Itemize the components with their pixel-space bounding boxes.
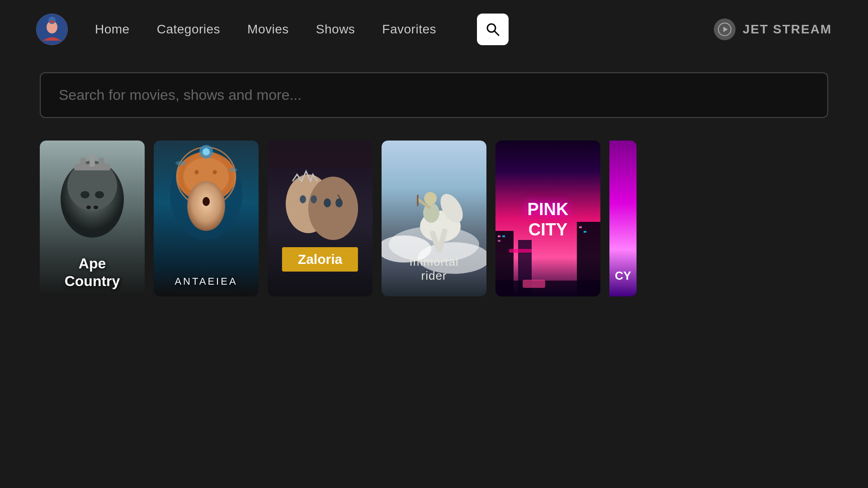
svg-text:CITY: CITY <box>528 220 568 239</box>
svg-rect-37 <box>268 141 373 168</box>
search-section <box>0 59 868 131</box>
nav-categories[interactable]: Categories <box>157 22 220 37</box>
svg-rect-61 <box>523 280 545 288</box>
card-pink-city-image: PINK CITY <box>495 141 600 296</box>
search-bar-container[interactable] <box>40 72 828 118</box>
svg-rect-12 <box>90 154 95 167</box>
svg-rect-54 <box>498 235 500 237</box>
svg-point-28 <box>175 161 186 165</box>
svg-point-17 <box>94 206 98 209</box>
avatar[interactable] <box>36 14 68 45</box>
svg-rect-11 <box>80 158 86 167</box>
cards-section: ApeCountry <box>0 131 868 305</box>
brand-name: JET STREAM <box>743 22 832 37</box>
card-zaloria[interactable]: Zaloria <box>268 141 373 296</box>
svg-rect-59 <box>509 249 532 253</box>
svg-point-14 <box>80 191 90 198</box>
svg-rect-56 <box>498 240 500 242</box>
card-zaloria-image <box>268 141 373 296</box>
svg-point-27 <box>203 148 210 155</box>
svg-point-16 <box>86 206 91 209</box>
svg-rect-13 <box>99 158 104 167</box>
svg-point-47 <box>424 192 437 205</box>
card-antaeiea[interactable]: ANTAEIEA <box>154 141 259 296</box>
svg-marker-6 <box>723 27 728 32</box>
svg-rect-55 <box>502 235 505 237</box>
nav-favorites[interactable]: Favorites <box>382 22 436 37</box>
card-immortal-rider[interactable]: Immortal rider <box>382 141 486 296</box>
brand: JET STREAM <box>714 19 832 40</box>
header: Home Categories Movies Shows Favorites J… <box>0 0 868 59</box>
svg-rect-57 <box>579 226 582 228</box>
card-antaeiea-image <box>154 141 259 296</box>
card-ape-country[interactable]: ApeCountry <box>40 141 145 296</box>
nav-shows[interactable]: Shows <box>316 22 355 37</box>
card-ape-country-title: ApeCountry <box>40 255 145 290</box>
card-zaloria-badge: Zaloria <box>282 247 358 272</box>
svg-rect-58 <box>584 231 586 233</box>
card-antaeiea-title: ANTAEIEA <box>154 276 259 287</box>
svg-text:PINK: PINK <box>528 200 569 219</box>
svg-point-15 <box>95 191 104 198</box>
play-icon <box>714 19 736 40</box>
search-button[interactable] <box>477 14 509 45</box>
nav-movies[interactable]: Movies <box>247 22 289 37</box>
card-cyber-partial[interactable]: CY <box>609 141 637 296</box>
svg-line-4 <box>495 31 499 35</box>
svg-point-35 <box>324 198 331 207</box>
svg-point-32 <box>308 177 358 240</box>
svg-point-29 <box>228 168 237 172</box>
card-immortal-rider-title: Immortal rider <box>409 255 458 283</box>
svg-point-34 <box>311 195 317 203</box>
search-icon <box>486 22 500 37</box>
search-input[interactable] <box>59 87 809 103</box>
card-cyber-title: CY <box>615 269 631 283</box>
svg-point-36 <box>335 198 343 207</box>
svg-rect-60 <box>495 281 600 296</box>
svg-point-33 <box>300 195 306 203</box>
card-pink-city[interactable]: PINK CITY <box>495 141 600 296</box>
svg-point-25 <box>203 197 210 206</box>
nav: Home Categories Movies Shows Favorites <box>95 14 714 45</box>
nav-home[interactable]: Home <box>95 22 130 37</box>
